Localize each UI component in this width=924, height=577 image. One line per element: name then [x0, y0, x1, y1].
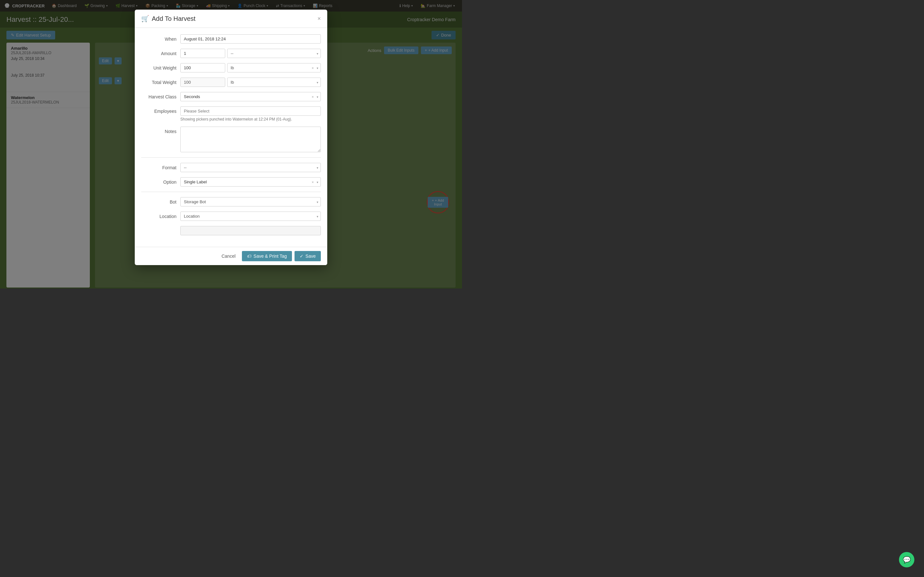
amount-unit-select-wrapper: -- ▾	[227, 49, 321, 58]
location-row: Location Location ▾	[141, 211, 321, 221]
modal-body: When Amount -- ▾ Unit Weight	[135, 28, 327, 247]
total-weight-input-group: lb kg ▾	[180, 77, 321, 87]
cart-icon: 🛒	[141, 15, 149, 23]
tag-icon: 🏷	[247, 253, 252, 259]
unit-weight-unit-select[interactable]: lb kg	[227, 63, 321, 73]
notes-row: Notes	[141, 127, 321, 152]
clear-icon[interactable]: ×	[312, 95, 314, 99]
extra-row	[141, 226, 321, 235]
check-icon: ✓	[300, 253, 304, 259]
amount-row: Amount -- ▾	[141, 49, 321, 58]
total-weight-unit-select-wrapper: lb kg ▾	[227, 77, 321, 87]
notes-textarea[interactable]	[180, 127, 321, 152]
employees-input-wrapper: Showing pickers punched into Watermelon …	[180, 106, 321, 121]
bot-label: Bot	[141, 197, 176, 205]
clear-icon[interactable]: ×	[312, 180, 314, 184]
cancel-button[interactable]: Cancel	[218, 251, 239, 261]
format-select-wrapper: -- ▾	[180, 163, 321, 172]
format-label: Format	[141, 163, 176, 170]
unit-weight-input[interactable]	[180, 63, 225, 73]
when-input[interactable]	[180, 34, 321, 44]
total-weight-row: Total Weight lb kg ▾	[141, 77, 321, 87]
modal-footer: Cancel 🏷 Save & Print Tag ✓ Save	[135, 247, 327, 265]
save-button[interactable]: ✓ Save	[294, 251, 321, 261]
modal-close-button[interactable]: ×	[317, 16, 321, 21]
notes-label: Notes	[141, 127, 176, 134]
amount-input[interactable]	[180, 49, 225, 58]
unit-weight-unit-select-wrapper: lb kg × ▾	[227, 63, 321, 73]
format-select[interactable]: --	[180, 163, 321, 172]
divider	[141, 157, 321, 158]
employees-hint: Showing pickers punched into Watermelon …	[180, 117, 321, 121]
unit-weight-input-group: lb kg × ▾	[180, 63, 321, 73]
add-to-harvest-modal: 🛒 Add To Harvest × When Amount --	[135, 10, 327, 265]
divider-2	[141, 192, 321, 192]
clear-icon[interactable]: ×	[312, 66, 314, 70]
extra-label	[141, 226, 176, 228]
harvest-class-row: Harvest Class Seconds Firsts × ▾	[141, 92, 321, 101]
bot-select-wrapper: Storage Bot ▾	[180, 197, 321, 206]
option-row: Option Single Label Multi Label × ▾	[141, 177, 321, 187]
modal-overlay: 🛒 Add To Harvest × When Amount --	[0, 0, 462, 288]
harvest-class-label: Harvest Class	[141, 92, 176, 99]
option-select[interactable]: Single Label Multi Label	[180, 177, 321, 187]
modal-title: 🛒 Add To Harvest	[141, 15, 195, 23]
modal-header: 🛒 Add To Harvest ×	[135, 10, 327, 28]
format-row: Format -- ▾	[141, 163, 321, 172]
option-select-wrapper: Single Label Multi Label × ▾	[180, 177, 321, 187]
bot-select[interactable]: Storage Bot	[180, 197, 321, 206]
location-select-wrapper: Location ▾	[180, 211, 321, 221]
amount-label: Amount	[141, 49, 176, 56]
total-weight-input[interactable]	[180, 77, 225, 87]
employees-input[interactable]	[180, 106, 321, 116]
option-label: Option	[141, 177, 176, 185]
location-label: Location	[141, 211, 176, 219]
amount-input-group: -- ▾	[180, 49, 321, 58]
harvest-class-select[interactable]: Seconds Firsts	[180, 92, 321, 101]
employees-label: Employees	[141, 106, 176, 114]
when-row: When	[141, 34, 321, 44]
when-label: When	[141, 34, 176, 42]
location-select[interactable]: Location	[180, 211, 321, 221]
save-print-tag-button[interactable]: 🏷 Save & Print Tag	[242, 251, 292, 261]
total-weight-unit-select[interactable]: lb kg	[227, 77, 321, 87]
total-weight-label: Total Weight	[141, 77, 176, 85]
harvest-class-select-wrapper: Seconds Firsts × ▾	[180, 92, 321, 101]
bot-row: Bot Storage Bot ▾	[141, 197, 321, 206]
employees-row: Employees Showing pickers punched into W…	[141, 106, 321, 121]
unit-weight-row: Unit Weight lb kg × ▾	[141, 63, 321, 73]
extra-input[interactable]	[180, 226, 321, 235]
amount-unit-select[interactable]: --	[227, 49, 321, 58]
unit-weight-label: Unit Weight	[141, 63, 176, 71]
